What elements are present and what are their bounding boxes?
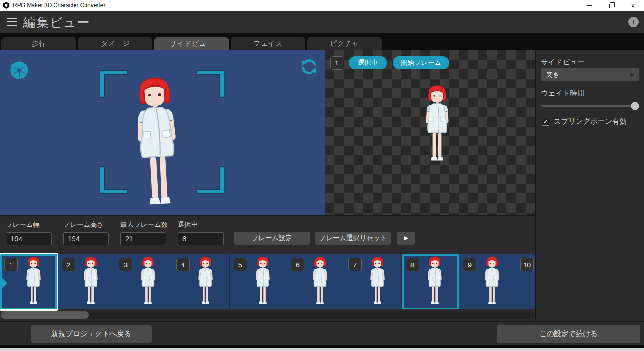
- character-sprite-sheet: [417, 85, 458, 167]
- scrollbar-thumb[interactable]: [1, 311, 89, 319]
- page-title: 編集ビュー: [23, 14, 90, 31]
- frame-number-badge: 3: [119, 258, 132, 271]
- preview-pane: [0, 50, 325, 215]
- settings-sidebar: サイドビュー 突き ウェイト時間 ✓ スプリングボーン有効: [535, 50, 644, 321]
- wait-time-label: ウェイト時間: [541, 89, 584, 98]
- frame-number-badge: 10: [520, 258, 534, 271]
- titlebar: RPG Maker 3D Character Converter ×: [0, 0, 644, 11]
- chevron-down-icon: [629, 74, 635, 77]
- tab-sideview[interactable]: サイドビュー: [154, 37, 229, 50]
- start-frame-button[interactable]: 開始フレーム: [393, 56, 449, 69]
- filmstrip-frame-10[interactable]: 10: [516, 254, 535, 309]
- motion-dropdown-value: 突き: [546, 71, 559, 79]
- filmstrip-frame-5[interactable]: 5: [230, 254, 287, 309]
- close-button[interactable]: ×: [622, 0, 644, 11]
- frame-height-input[interactable]: [63, 232, 109, 245]
- springbone-checkbox[interactable]: ✓: [542, 118, 549, 126]
- window-resize-edge: [0, 348, 644, 351]
- character-sprite-thumb: [135, 256, 161, 308]
- frame-number-badge: 9: [463, 258, 476, 271]
- character-sprite-thumb: [365, 256, 390, 308]
- tab-walk[interactable]: 歩行: [1, 37, 76, 50]
- max-frames-field: 最大フレーム数: [120, 221, 166, 245]
- max-frames-label: 最大フレーム数: [120, 221, 166, 229]
- slider-thumb[interactable]: [631, 102, 639, 110]
- character-sprite-thumb: [21, 256, 46, 308]
- selected-frame-field: 選択中: [178, 221, 224, 245]
- restore-button[interactable]: [600, 0, 622, 11]
- spritesheet-pane: 1 選択中 開始フレーム: [325, 50, 535, 215]
- frame-set-button[interactable]: フレーム設定: [234, 232, 310, 245]
- frame-height-label: フレーム高さ: [63, 221, 109, 229]
- frame-width-input[interactable]: [6, 232, 52, 245]
- filmstrip-frame-7[interactable]: 7: [344, 254, 401, 309]
- springbone-label: スプリングボーン有効: [554, 117, 626, 126]
- play-button[interactable]: ▶: [397, 232, 415, 245]
- rotate-icon[interactable]: [300, 57, 318, 76]
- character-sprite-thumb: [193, 256, 218, 308]
- frame-number-badge: 7: [348, 258, 362, 271]
- filmstrip-frame-2[interactable]: 2: [58, 254, 115, 309]
- filmstrip-frame-3[interactable]: 3: [115, 254, 172, 309]
- app-window: RPG Maker 3D Character Converter × 編集ビュー…: [0, 0, 644, 351]
- wait-time-slider[interactable]: [541, 102, 639, 110]
- filmstrip: 1 2 3 4 5 6 7: [0, 254, 535, 309]
- frame-number-badge: 8: [406, 258, 419, 271]
- selected-frame-button[interactable]: 選択中: [349, 56, 387, 69]
- selected-frame-input[interactable]: [178, 232, 224, 245]
- character-sprite-thumb: [422, 256, 448, 308]
- frame-number-badge: 6: [291, 258, 304, 271]
- character-sprite-thumb: [479, 256, 505, 308]
- back-to-project-button[interactable]: 新規プロジェクトへ戻る: [31, 325, 152, 343]
- frame-settings-panel: フレーム幅 フレーム高さ 最大フレーム数 選択中 フレーム設定 フレーム選択リセ…: [0, 215, 535, 321]
- frame-height-field: フレーム高さ: [63, 221, 109, 245]
- character-sprite-preview: [121, 76, 193, 215]
- character-sprite-thumb: [78, 256, 104, 308]
- window-title: RPG Maker 3D Character Converter: [13, 2, 105, 9]
- filmstrip-frame-4[interactable]: 4: [172, 254, 229, 309]
- frame-number-badge: 5: [234, 258, 247, 271]
- restore-icon: [609, 4, 613, 8]
- springbone-checkbox-row[interactable]: ✓ スプリングボーン有効: [542, 117, 626, 126]
- character-sprite-thumb: [307, 256, 333, 308]
- selected-frame-label: 選択中: [178, 221, 224, 229]
- footer-bar: 新規プロジェクトへ戻る この設定で続ける: [0, 321, 644, 345]
- tab-picture[interactable]: ピクチャ: [307, 37, 382, 50]
- menu-button[interactable]: [7, 18, 17, 26]
- crop-handle-topright[interactable]: [197, 71, 224, 97]
- frame-width-field: フレーム幅: [6, 221, 52, 245]
- sideview-section-label: サイドビュー: [541, 58, 585, 67]
- frame-reset-button[interactable]: フレーム選択リセット: [315, 232, 391, 245]
- slider-track: [541, 105, 639, 107]
- crop-handle-bottomright[interactable]: [197, 167, 224, 193]
- max-frames-input[interactable]: [120, 232, 166, 245]
- close-icon: ×: [631, 2, 635, 9]
- filmstrip-frame-9[interactable]: 9: [459, 254, 516, 309]
- minimize-icon: [587, 5, 592, 6]
- continue-button[interactable]: この設定で続ける: [497, 325, 640, 343]
- header-bar: 編集ビュー i: [0, 11, 644, 33]
- filmstrip-frame-8[interactable]: 8: [402, 254, 459, 309]
- frame-number-badge: 4: [176, 258, 190, 271]
- info-button[interactable]: i: [628, 17, 639, 27]
- motion-dropdown[interactable]: 突き: [541, 68, 639, 81]
- tab-damage[interactable]: ダメージ: [78, 37, 152, 50]
- tab-face[interactable]: フェイス: [231, 37, 305, 50]
- filmstrip-frame-6[interactable]: 6: [287, 254, 344, 309]
- window-bottom-edge: [0, 345, 644, 348]
- minimize-button[interactable]: [578, 0, 600, 11]
- aperture-icon[interactable]: [9, 60, 30, 81]
- app-logo-icon: [3, 2, 10, 9]
- frame-number-badge: 1: [4, 258, 18, 271]
- frame-width-label: フレーム幅: [6, 221, 52, 229]
- tab-bar: 歩行 ダメージ サイドビュー フェイス ピクチャ: [0, 33, 644, 50]
- sheet-frame-number-badge: 1: [330, 56, 343, 70]
- filmstrip-frame-1[interactable]: 1: [0, 254, 57, 309]
- frame-number-badge: 2: [62, 258, 75, 271]
- character-sprite-thumb: [250, 256, 276, 308]
- filmstrip-scrollbar[interactable]: [1, 311, 534, 319]
